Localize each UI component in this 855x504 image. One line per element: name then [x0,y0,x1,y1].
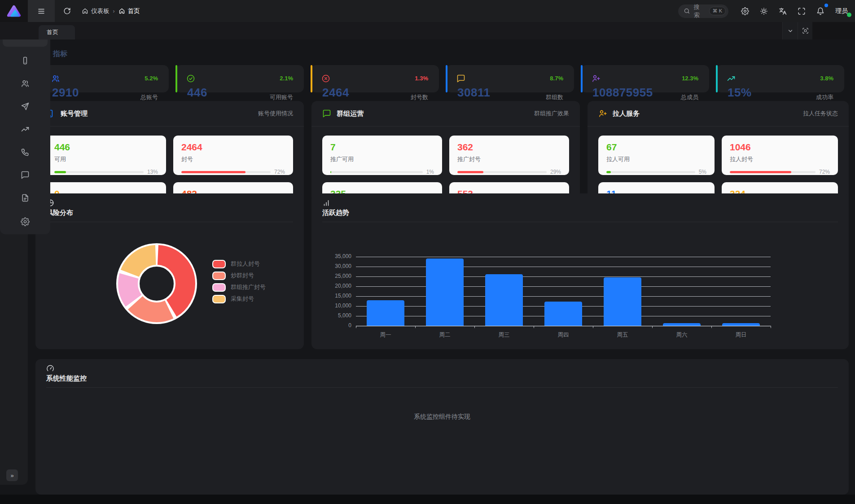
online-status-dot [847,13,851,17]
maximize-icon [802,27,809,34]
page-footer-strip [0,495,855,504]
fullscreen-button[interactable] [793,0,810,22]
progress-bar: 72% [181,169,285,175]
sidebar-item-accounts[interactable] [3,74,48,93]
accent-bar [175,65,177,92]
gridline [356,257,771,257]
stat-value: 2910 [52,86,79,100]
stat-label: 可用账号 [270,93,293,101]
sun-icon [760,7,768,15]
x-axis-tick-label: 周三 [474,331,534,339]
x-axis-tick-label: 周二 [415,331,474,339]
sidebar-item-settings[interactable] [3,212,48,232]
message-square-icon [456,74,465,83]
x-axis-tick-label: 周日 [711,331,771,339]
breadcrumb-dashboard[interactable]: 仪表板 [82,7,110,15]
panel-subtitle: 拉人任务状态 [803,110,838,118]
tab-dropdown-button[interactable] [782,22,798,39]
progress-bar: 5% [606,169,706,175]
y-axis-tick-label: 30,000 [314,263,351,269]
tab-bar: 首页 [0,22,855,39]
sidebar-item-analytics[interactable] [3,119,48,139]
gridline [356,267,771,267]
legend-swatch [213,272,225,279]
top-header: 仪表板 › 首页 搜索 ⌘ K 理员 [0,0,855,22]
trend-percent: 5.2% [145,75,158,82]
tile-value: 67 [606,142,706,152]
check-circle-icon [186,74,195,83]
breadcrumb: 仪表板 › 首页 [82,7,140,15]
metric-tile: 446 可用 13% [46,136,166,175]
breadcrumb-home[interactable]: 首页 [118,7,140,15]
stat-label: 总成员 [681,93,698,101]
panel-title: 群组运营 [337,110,364,118]
legend-item[interactable]: 群组推广封号 [213,283,266,291]
sidebar-item-broadcast[interactable] [3,96,48,116]
pie-chart-icon [46,199,293,207]
users-icon [51,74,60,83]
bar-周三 [485,274,523,326]
panel-system-monitor: 系统性能监控 系统监控组件待实现 [35,359,849,495]
app-logo[interactable] [0,0,28,22]
legend-item[interactable]: 炒群封号 [213,272,254,280]
progress-bar: 29% [457,169,561,175]
sidebar-item-devices[interactable] [3,51,48,70]
panel-title: 拉人服务 [613,110,640,118]
notifications-button[interactable] [812,0,829,22]
y-axis-tick-label: 20,000 [314,283,351,289]
legend-item[interactable]: 群拉人封号 [213,260,260,268]
x-circle-icon [321,74,330,83]
search-shortcut-badge: ⌘ K [709,7,726,15]
stat-card-available-accounts: 2.1% 446 可用账号 [175,65,304,105]
stat-card-success-rate: 3.8% 15% 成功率 [716,65,844,105]
panel-subtitle: 账号使用情况 [258,110,293,118]
legend-swatch [213,261,225,267]
y-axis-tick-label: 5,000 [314,312,351,319]
stat-label: 封号数 [411,93,428,101]
tab-maximize-button[interactable] [798,22,813,39]
trending-up-icon [21,125,30,134]
user-plus-icon [598,109,607,118]
tile-value: 7 [330,142,434,152]
tile-value: 2464 [181,142,285,152]
bar-周二 [426,259,464,326]
gear-icon [21,217,30,226]
sidebar-item-logs[interactable] [3,188,48,208]
trend-percent: 12.3% [682,75,698,82]
x-axis-tick-label: 周五 [593,331,652,339]
metrics-section-title: 指标 [53,49,67,59]
refresh-button[interactable] [58,0,75,22]
y-axis-tick-label: 25,000 [314,273,351,279]
language-button[interactable] [774,0,791,22]
bar-周五 [604,277,641,326]
y-axis-tick-label: 35,000 [314,253,351,259]
settings-button[interactable] [737,0,754,22]
user-menu[interactable]: 理员 [835,7,848,15]
tile-label: 封号 [181,155,285,163]
legend-swatch [213,296,225,302]
axis-tick [652,326,653,328]
panel-risk-distribution: 风险分布 群拉人封号 炒群封号 群组推广封号 采集封号 [35,193,304,349]
sidebar-item-messages[interactable] [3,165,48,185]
sidebar-collapse-button[interactable]: » [6,469,18,481]
tab-home[interactable]: 首页 [39,25,75,39]
x-axis-tick-label: 周四 [534,331,593,339]
tile-label: 推广封号 [457,155,561,163]
trend-percent: 2.1% [280,75,293,82]
smartphone-icon [21,56,30,65]
trend-percent: 8.7% [550,75,563,82]
chevron-down-icon [787,28,794,34]
message-square-icon [322,109,331,118]
sidebar-item-calls[interactable] [3,142,48,162]
theme-toggle-button[interactable] [755,0,772,22]
trend-percent: 1.3% [415,75,428,82]
metric-tile: 67 拉人可用 5% [598,136,715,175]
panel-activity-trend: 活跃趋势 05,00010,00015,00020,00025,00030,00… [311,193,849,349]
legend-swatch [213,284,225,291]
search-input[interactable]: 搜索 ⌘ K [678,4,728,18]
bell-icon [816,7,824,15]
stat-value: 30811 [457,86,490,100]
legend-item[interactable]: 采集封号 [213,295,254,303]
sidebar-toggle-button[interactable] [28,0,55,22]
stat-card-total-accounts: 5.2% 2910 总账号 [40,65,169,105]
